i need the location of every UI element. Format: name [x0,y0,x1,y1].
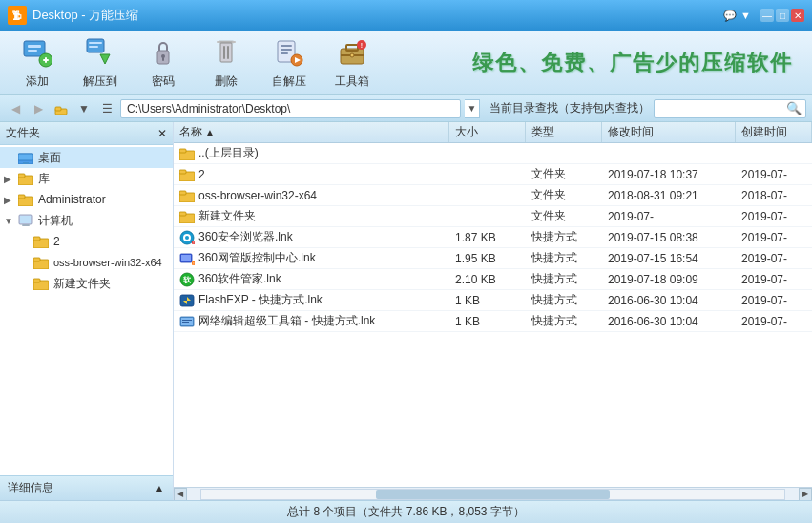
maximize-button[interactable]: □ [776,9,789,22]
sidebar-desktop-label: 桌面 [38,150,61,166]
file-type-cell: 快捷方式 [526,229,602,245]
sidebar-item-administrator[interactable]: ▶ Administrator [0,189,173,210]
file-icon: 软 [179,272,195,287]
svg-rect-57 [179,212,186,216]
table-row[interactable]: 网络编辑超级工具箱 - 快捷方式.lnk 1 KB 快捷方式 2016-06-3… [174,311,812,332]
delete-button[interactable]: 删除 [197,35,256,91]
file-modified-cell: 2019-07-15 08:38 [602,231,736,244]
path-input[interactable]: C:\Users\Administrator\Desktop\ [120,99,461,118]
table-row[interactable]: FlashFXP - 快捷方式.lnk 1 KB 快捷方式 2016-06-30… [174,290,812,311]
sidebar-item-computer[interactable]: ▼ 计算机 [0,210,173,231]
hscroll-left[interactable]: ◀ [174,488,187,501]
col-header-type[interactable]: 类型 [526,122,602,142]
file-type-cell: 文件夹 [526,187,602,203]
svg-rect-14 [220,43,232,62]
sort-icon: ▲ [205,127,215,137]
table-row[interactable]: oss-browser-win32-x64 文件夹 2018-08-31 09:… [174,185,812,206]
delete-label: 删除 [215,73,238,90]
file-created-cell: 2019-07- [736,315,812,328]
file-name: 2 [198,168,205,181]
folder-new-icon [32,276,50,291]
file-created: 2019-07- [741,252,787,265]
minimize-button[interactable]: — [760,9,774,22]
file-modified: 2016-06-30 10:04 [608,315,698,328]
file-modified-cell: 2019-07-15 16:54 [602,252,736,265]
close-button[interactable]: ✕ [791,9,804,22]
sidebar-item-2[interactable]: 2 [0,231,173,252]
file-icon: .. [179,146,195,161]
main-area: 文件夹 ✕ 桌面 ▶ [0,122,812,500]
svg-rect-42 [22,224,30,226]
file-type: 快捷方式 [531,292,577,308]
col-header-modified[interactable]: 修改时间 [602,122,736,142]
file-modified: 2019-07-15 08:38 [608,231,698,244]
hscrollbar[interactable]: ◀ ▶ [174,487,812,500]
up-button[interactable] [52,99,71,118]
history-button[interactable]: ▼ [74,99,94,118]
svg-text:软: 软 [182,276,192,284]
svg-rect-8 [89,46,98,48]
col-header-size[interactable]: 大小 [449,122,526,142]
search-box[interactable]: 🔍 [654,99,806,118]
sidebar-item-oss[interactable]: oss-browser-win32-x64 [0,252,173,273]
col-header-created[interactable]: 创建时间 [736,122,812,142]
sidebar-newfolder-label: 新建文件夹 [53,276,111,292]
sidebar-close-icon[interactable]: ✕ [157,127,167,140]
file-created-cell: 2019-07- [736,252,812,265]
file-name-cell: 2 [174,167,449,182]
forward-button[interactable]: ▶ [29,99,48,118]
file-modified: 2016-06-30 10:04 [608,294,698,307]
file-size-cell: 1 KB [449,315,526,328]
table-row[interactable]: ! 360安全浏览器.lnk 1.87 KB 快捷方式 2019-07-15 0… [174,227,812,248]
toolbox-icon: ! [335,36,369,70]
file-type-cell: 快捷方式 [526,292,602,308]
search-input[interactable] [658,102,786,115]
col-name-label: 名称 [179,124,202,140]
back-button[interactable]: ◀ [6,99,25,118]
table-row[interactable]: 新建文件夹 文件夹 2019-07- 2019-07- [174,206,812,227]
file-size: 2.10 KB [455,273,496,286]
file-modified-cell: 2019-07-18 09:09 [602,273,736,286]
sidebar-items: 桌面 ▶ 库 ▶ [0,145,173,475]
extract-button[interactable]: 解压到 [71,35,130,91]
toolbox-button[interactable]: ! 工具箱 [323,35,382,91]
file-icon: ! [179,251,195,266]
hscrollbar-track[interactable] [200,489,785,500]
file-name: 360安全浏览器.lnk [198,229,293,245]
sidebar-item-desktop[interactable]: 桌面 [0,147,173,168]
add-button[interactable]: 添加 [8,35,67,91]
sidebar-2-label: 2 [53,235,60,248]
dropdown-icon: ▼ [740,10,751,22]
svg-point-60 [185,236,189,240]
svg-rect-39 [18,195,25,199]
file-name: 360软件管家.lnk [198,271,281,287]
table-row[interactable]: ! 360网管版控制中心.lnk 1.95 KB 快捷方式 2019-07-15… [174,248,812,269]
svg-rect-74 [182,322,189,323]
path-dropdown[interactable]: ▼ [465,99,480,118]
file-type-cell: 文件夹 [526,208,602,224]
table-row[interactable]: 软 360软件管家.lnk 2.10 KB 快捷方式 2019-07-18 09… [174,269,812,290]
file-icon [179,314,195,329]
file-icon [179,209,195,224]
view-button[interactable]: ☰ [97,99,116,118]
password-button[interactable]: 密码 [134,35,193,91]
selfextract-button[interactable]: 自解压 [260,35,319,91]
hscroll-right[interactable]: ▶ [799,488,812,501]
title-bar: 🗜 Desktop - 万能压缩 💬 ▼ — □ ✕ [0,0,812,31]
sidebar-footer[interactable]: 详细信息 ▲ [0,475,173,500]
file-size-cell: 2.10 KB [449,273,526,286]
svg-rect-12 [162,57,164,61]
sidebar-item-newfolder[interactable]: 新建文件夹 [0,273,173,294]
svg-rect-44 [33,237,40,241]
file-name-cell: .. ..(上层目录) [174,145,449,161]
svg-rect-0 [24,41,45,56]
hscrollbar-thumb[interactable] [376,490,609,499]
search-icon[interactable]: 🔍 [786,101,802,115]
expand-icon-computer: ▼ [4,216,15,226]
admin-icon [17,192,34,207]
table-row[interactable]: 2 文件夹 2019-07-18 10:37 2019-07- [174,164,812,185]
col-header-name[interactable]: 名称 ▲ [174,122,449,142]
sidebar-oss-label: oss-browser-win32-x64 [53,257,162,268]
table-row[interactable]: .. ..(上层目录) [174,143,812,164]
sidebar-item-library[interactable]: ▶ 库 [0,168,173,189]
